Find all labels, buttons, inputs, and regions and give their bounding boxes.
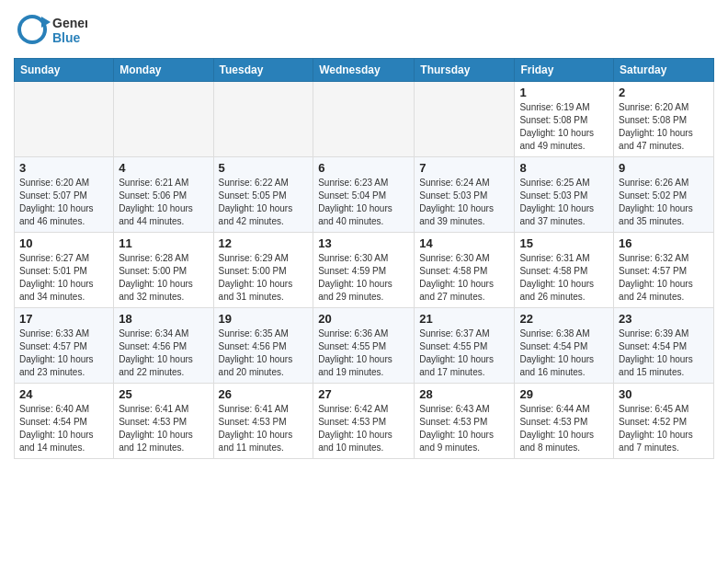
calendar-cell: 14Sunrise: 6:30 AM Sunset: 4:58 PM Dayli… xyxy=(415,233,515,308)
calendar-cell xyxy=(114,82,213,157)
weekday-header-tuesday: Tuesday xyxy=(213,59,313,82)
day-info: Sunrise: 6:41 AM Sunset: 4:53 PM Dayligh… xyxy=(219,403,309,454)
calendar-cell xyxy=(15,82,114,157)
calendar-cell: 29Sunrise: 6:44 AM Sunset: 4:53 PM Dayli… xyxy=(515,384,614,459)
day-number: 25 xyxy=(119,387,208,401)
calendar-cell: 19Sunrise: 6:35 AM Sunset: 4:56 PM Dayli… xyxy=(213,308,313,384)
day-info: Sunrise: 6:45 AM Sunset: 4:52 PM Dayligh… xyxy=(619,403,709,454)
calendar-cell: 13Sunrise: 6:30 AM Sunset: 4:59 PM Dayli… xyxy=(313,233,415,308)
svg-text:General: General xyxy=(52,16,87,30)
day-number: 10 xyxy=(19,236,108,250)
calendar-cell: 17Sunrise: 6:33 AM Sunset: 4:57 PM Dayli… xyxy=(15,308,114,384)
day-info: Sunrise: 6:24 AM Sunset: 5:03 PM Dayligh… xyxy=(419,177,509,228)
day-number: 8 xyxy=(519,161,609,175)
logo-area: GeneralBlue xyxy=(14,9,87,51)
day-number: 27 xyxy=(318,387,409,401)
day-number: 23 xyxy=(619,312,709,326)
calendar-cell: 20Sunrise: 6:36 AM Sunset: 4:55 PM Dayli… xyxy=(313,308,415,384)
day-number: 9 xyxy=(619,161,709,175)
day-info: Sunrise: 6:37 AM Sunset: 4:55 PM Dayligh… xyxy=(419,327,509,379)
day-number: 2 xyxy=(619,86,709,99)
day-number: 24 xyxy=(19,387,108,401)
calendar-cell xyxy=(415,82,515,157)
calendar-cell: 23Sunrise: 6:39 AM Sunset: 4:54 PM Dayli… xyxy=(614,308,714,384)
day-number: 12 xyxy=(219,236,309,250)
calendar-cell xyxy=(313,82,415,157)
calendar-cell: 4Sunrise: 6:21 AM Sunset: 5:06 PM Daylig… xyxy=(114,157,213,233)
day-number: 18 xyxy=(119,312,208,326)
calendar-cell: 27Sunrise: 6:42 AM Sunset: 4:53 PM Dayli… xyxy=(313,384,415,459)
day-number: 6 xyxy=(318,161,409,175)
calendar-cell: 30Sunrise: 6:45 AM Sunset: 4:52 PM Dayli… xyxy=(614,384,714,459)
day-number: 14 xyxy=(419,236,509,250)
calendar-cell: 22Sunrise: 6:38 AM Sunset: 4:54 PM Dayli… xyxy=(515,308,614,384)
day-info: Sunrise: 6:36 AM Sunset: 4:55 PM Dayligh… xyxy=(318,327,409,379)
day-info: Sunrise: 6:38 AM Sunset: 4:54 PM Dayligh… xyxy=(519,327,609,379)
day-info: Sunrise: 6:29 AM Sunset: 5:00 PM Dayligh… xyxy=(219,252,309,304)
day-number: 13 xyxy=(318,236,409,250)
day-number: 20 xyxy=(318,312,409,326)
day-number: 3 xyxy=(19,161,108,175)
calendar-cell: 15Sunrise: 6:31 AM Sunset: 4:58 PM Dayli… xyxy=(515,233,614,308)
day-number: 16 xyxy=(619,236,709,250)
day-info: Sunrise: 6:35 AM Sunset: 4:56 PM Dayligh… xyxy=(219,327,309,379)
day-number: 19 xyxy=(219,312,309,326)
weekday-header-sunday: Sunday xyxy=(15,59,114,82)
calendar-week-3: 10Sunrise: 6:27 AM Sunset: 5:01 PM Dayli… xyxy=(15,233,714,308)
day-number: 11 xyxy=(119,236,208,250)
calendar-cell: 10Sunrise: 6:27 AM Sunset: 5:01 PM Dayli… xyxy=(15,233,114,308)
day-info: Sunrise: 6:30 AM Sunset: 4:59 PM Dayligh… xyxy=(318,252,409,304)
calendar-cell: 3Sunrise: 6:20 AM Sunset: 5:07 PM Daylig… xyxy=(15,157,114,233)
day-info: Sunrise: 6:25 AM Sunset: 5:03 PM Dayligh… xyxy=(519,177,609,228)
day-info: Sunrise: 6:43 AM Sunset: 4:53 PM Dayligh… xyxy=(419,403,509,454)
calendar: SundayMondayTuesdayWednesdayThursdayFrid… xyxy=(14,58,714,459)
calendar-cell: 24Sunrise: 6:40 AM Sunset: 4:54 PM Dayli… xyxy=(15,384,114,459)
day-number: 7 xyxy=(419,161,509,175)
page: GeneralBlue SundayMondayTuesdayWednesday… xyxy=(0,0,728,473)
calendar-cell: 18Sunrise: 6:34 AM Sunset: 4:56 PM Dayli… xyxy=(114,308,213,384)
day-info: Sunrise: 6:34 AM Sunset: 4:56 PM Dayligh… xyxy=(119,327,208,379)
day-info: Sunrise: 6:27 AM Sunset: 5:01 PM Dayligh… xyxy=(19,252,108,304)
day-info: Sunrise: 6:39 AM Sunset: 4:54 PM Dayligh… xyxy=(619,327,709,379)
day-info: Sunrise: 6:26 AM Sunset: 5:02 PM Dayligh… xyxy=(619,177,709,228)
calendar-cell: 8Sunrise: 6:25 AM Sunset: 5:03 PM Daylig… xyxy=(515,157,614,233)
calendar-week-4: 17Sunrise: 6:33 AM Sunset: 4:57 PM Dayli… xyxy=(15,308,714,384)
weekday-header-saturday: Saturday xyxy=(614,59,714,82)
calendar-cell: 7Sunrise: 6:24 AM Sunset: 5:03 PM Daylig… xyxy=(415,157,515,233)
day-number: 4 xyxy=(119,161,208,175)
day-info: Sunrise: 6:19 AM Sunset: 5:08 PM Dayligh… xyxy=(519,101,609,153)
calendar-cell: 1Sunrise: 6:19 AM Sunset: 5:08 PM Daylig… xyxy=(515,82,614,157)
calendar-week-2: 3Sunrise: 6:20 AM Sunset: 5:07 PM Daylig… xyxy=(15,157,714,233)
calendar-cell: 5Sunrise: 6:22 AM Sunset: 5:05 PM Daylig… xyxy=(213,157,313,233)
day-info: Sunrise: 6:31 AM Sunset: 4:58 PM Dayligh… xyxy=(519,252,609,304)
day-number: 22 xyxy=(519,312,609,326)
weekday-header-thursday: Thursday xyxy=(415,59,515,82)
weekday-header-monday: Monday xyxy=(114,59,213,82)
day-info: Sunrise: 6:21 AM Sunset: 5:06 PM Dayligh… xyxy=(119,177,208,228)
svg-point-1 xyxy=(21,18,43,40)
day-info: Sunrise: 6:23 AM Sunset: 5:04 PM Dayligh… xyxy=(318,177,409,228)
day-number: 29 xyxy=(519,387,609,401)
day-info: Sunrise: 6:20 AM Sunset: 5:07 PM Dayligh… xyxy=(19,177,108,228)
day-info: Sunrise: 6:33 AM Sunset: 4:57 PM Dayligh… xyxy=(19,327,108,379)
day-info: Sunrise: 6:22 AM Sunset: 5:05 PM Dayligh… xyxy=(219,177,309,228)
calendar-cell: 21Sunrise: 6:37 AM Sunset: 4:55 PM Dayli… xyxy=(415,308,515,384)
day-number: 21 xyxy=(419,312,509,326)
day-number: 17 xyxy=(19,312,108,326)
calendar-cell: 12Sunrise: 6:29 AM Sunset: 5:00 PM Dayli… xyxy=(213,233,313,308)
day-info: Sunrise: 6:28 AM Sunset: 5:00 PM Dayligh… xyxy=(119,252,208,304)
calendar-week-1: 1Sunrise: 6:19 AM Sunset: 5:08 PM Daylig… xyxy=(15,82,714,157)
calendar-week-5: 24Sunrise: 6:40 AM Sunset: 4:54 PM Dayli… xyxy=(15,384,714,459)
day-number: 30 xyxy=(619,387,709,401)
calendar-cell: 6Sunrise: 6:23 AM Sunset: 5:04 PM Daylig… xyxy=(313,157,415,233)
calendar-cell: 16Sunrise: 6:32 AM Sunset: 4:57 PM Dayli… xyxy=(614,233,714,308)
day-info: Sunrise: 6:20 AM Sunset: 5:08 PM Dayligh… xyxy=(619,101,709,153)
svg-text:Blue: Blue xyxy=(52,30,81,45)
day-number: 28 xyxy=(419,387,509,401)
calendar-cell: 26Sunrise: 6:41 AM Sunset: 4:53 PM Dayli… xyxy=(213,384,313,459)
day-number: 15 xyxy=(519,236,609,250)
day-info: Sunrise: 6:41 AM Sunset: 4:53 PM Dayligh… xyxy=(119,403,208,454)
day-info: Sunrise: 6:32 AM Sunset: 4:57 PM Dayligh… xyxy=(619,252,709,304)
calendar-cell: 9Sunrise: 6:26 AM Sunset: 5:02 PM Daylig… xyxy=(614,157,714,233)
calendar-cell: 25Sunrise: 6:41 AM Sunset: 4:53 PM Dayli… xyxy=(114,384,213,459)
